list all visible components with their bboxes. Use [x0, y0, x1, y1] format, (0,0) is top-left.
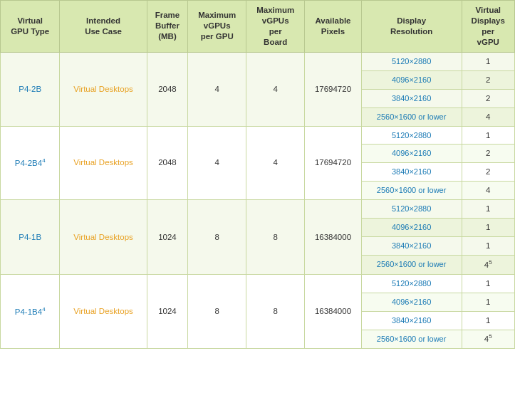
resolution-cell: 5120×2880 — [361, 274, 462, 293]
frame-buffer-cell: 2048 — [147, 126, 188, 200]
max-vgpus-board-cell: 8 — [246, 200, 305, 275]
virtual-displays-cell: 4 — [462, 107, 514, 126]
max-vgpus-board-cell: 4 — [246, 52, 305, 126]
virtual-displays-cell: 1 — [462, 293, 514, 311]
gpu-type-cell: P4-1B44 — [1, 274, 60, 349]
header-max-vgpus-gpu: MaximumvGPUsper GPU — [188, 1, 246, 53]
available-pixels-cell: 17694720 — [305, 126, 362, 200]
header-use-case: IntendedUse Case — [60, 1, 147, 53]
virtual-displays-cell: 2 — [462, 145, 514, 163]
use-case-cell: Virtual Desktops — [60, 274, 147, 349]
resolution-cell: 5120×2880 — [361, 200, 462, 219]
gpu-type-cell: P4-2B44 — [1, 126, 60, 200]
gpu-type-cell: P4-2B — [1, 52, 60, 126]
resolution-cell: 3840×2160 — [361, 237, 462, 256]
resolution-cell: 4096×2160 — [361, 145, 462, 163]
virtual-displays-cell: 1 — [462, 52, 514, 70]
virtual-displays-cell: 1 — [462, 237, 514, 256]
use-case-cell: Virtual Desktops — [60, 52, 147, 126]
use-case-cell: Virtual Desktops — [60, 200, 147, 275]
virtual-displays-cell: 45 — [462, 330, 514, 349]
frame-buffer-cell: 2048 — [147, 52, 188, 126]
resolution-cell: 2560×1600 or lower — [361, 256, 462, 275]
header-display-resolution: DisplayResolution — [361, 1, 462, 53]
max-vgpus-board-cell: 4 — [246, 126, 305, 200]
available-pixels-cell: 16384000 — [305, 200, 362, 275]
virtual-displays-cell: 1 — [462, 126, 514, 145]
gpu-table: VirtualGPU Type IntendedUse Case FrameBu… — [0, 0, 515, 349]
max-vgpus-gpu-cell: 4 — [188, 52, 246, 126]
max-vgpus-gpu-cell: 8 — [188, 200, 246, 275]
available-pixels-cell: 17694720 — [305, 52, 362, 126]
available-pixels-cell: 16384000 — [305, 274, 362, 349]
frame-buffer-cell: 1024 — [147, 274, 188, 349]
virtual-displays-cell: 2 — [462, 70, 514, 89]
max-vgpus-gpu-cell: 8 — [188, 274, 246, 349]
header-available-pixels: AvailablePixels — [305, 1, 362, 53]
resolution-cell: 2560×1600 or lower — [361, 330, 462, 349]
virtual-displays-cell: 1 — [462, 311, 514, 330]
virtual-displays-cell: 1 — [462, 219, 514, 237]
resolution-cell: 4096×2160 — [361, 70, 462, 89]
table-container: VirtualGPU Type IntendedUse Case FrameBu… — [0, 0, 515, 349]
use-case-cell: Virtual Desktops — [60, 126, 147, 200]
frame-buffer-cell: 1024 — [147, 200, 188, 275]
header-gpu-type: VirtualGPU Type — [1, 1, 60, 53]
resolution-cell: 4096×2160 — [361, 293, 462, 311]
resolution-cell: 5120×2880 — [361, 52, 462, 70]
gpu-type-cell: P4-1B — [1, 200, 60, 275]
max-vgpus-gpu-cell: 4 — [188, 126, 246, 200]
resolution-cell: 3840×2160 — [361, 163, 462, 182]
resolution-cell: 5120×2880 — [361, 126, 462, 145]
resolution-cell: 3840×2160 — [361, 89, 462, 107]
resolution-cell: 2560×1600 or lower — [361, 107, 462, 126]
resolution-cell: 4096×2160 — [361, 219, 462, 237]
virtual-displays-cell: 2 — [462, 163, 514, 182]
virtual-displays-cell: 4 — [462, 182, 514, 200]
virtual-displays-cell: 45 — [462, 256, 514, 275]
virtual-displays-cell: 1 — [462, 200, 514, 219]
resolution-cell: 2560×1600 or lower — [361, 182, 462, 200]
header-frame-buffer: FrameBuffer(MB) — [147, 1, 188, 53]
virtual-displays-cell: 2 — [462, 89, 514, 107]
max-vgpus-board-cell: 8 — [246, 274, 305, 349]
header-max-vgpus-board: MaximumvGPUsperBoard — [246, 1, 305, 53]
virtual-displays-cell: 1 — [462, 274, 514, 293]
header-virtual-displays: VirtualDisplayspervGPU — [462, 1, 514, 53]
resolution-cell: 3840×2160 — [361, 311, 462, 330]
